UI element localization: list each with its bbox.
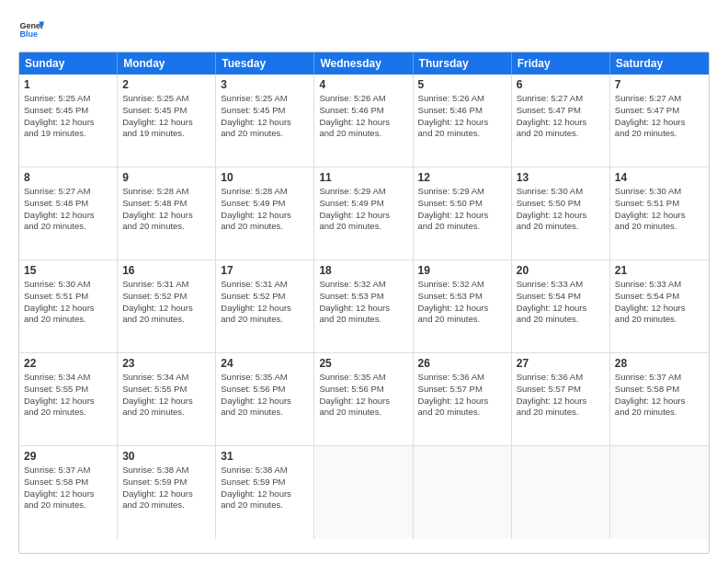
day-number: 7 (615, 78, 704, 91)
logo-icon: General Blue (18, 17, 44, 42)
calendar-row-4: 22Sunrise: 5:34 AM Sunset: 5:55 PM Dayli… (19, 353, 709, 446)
header-day-saturday: Saturday (610, 52, 709, 75)
empty-cell (314, 446, 413, 539)
day-number: 3 (221, 78, 309, 91)
header: General Blue (18, 17, 710, 42)
calendar-row-5: 29Sunrise: 5:37 AM Sunset: 5:58 PM Dayli… (19, 446, 709, 539)
day-cell-30: 30Sunrise: 5:38 AM Sunset: 5:59 PM Dayli… (118, 446, 216, 539)
day-cell-4: 4Sunrise: 5:26 AM Sunset: 5:46 PM Daylig… (314, 75, 413, 167)
svg-text:Blue: Blue (19, 29, 38, 39)
day-cell-8: 8Sunrise: 5:27 AM Sunset: 5:48 PM Daylig… (19, 167, 118, 259)
day-info: Sunrise: 5:34 AM Sunset: 5:55 PM Dayligh… (24, 372, 112, 419)
day-cell-25: 25Sunrise: 5:35 AM Sunset: 5:56 PM Dayli… (314, 353, 413, 445)
day-cell-20: 20Sunrise: 5:33 AM Sunset: 5:54 PM Dayli… (512, 260, 610, 352)
day-number: 12 (418, 171, 506, 184)
day-cell-26: 26Sunrise: 5:36 AM Sunset: 5:57 PM Dayli… (414, 353, 512, 445)
day-info: Sunrise: 5:35 AM Sunset: 5:56 PM Dayligh… (221, 372, 309, 419)
day-number: 24 (221, 357, 309, 370)
day-number: 30 (122, 450, 210, 463)
day-cell-31: 31Sunrise: 5:38 AM Sunset: 5:59 PM Dayli… (216, 446, 314, 539)
day-number: 23 (122, 357, 210, 370)
day-info: Sunrise: 5:30 AM Sunset: 5:50 PM Dayligh… (517, 186, 605, 233)
day-info: Sunrise: 5:29 AM Sunset: 5:49 PM Dayligh… (319, 186, 407, 233)
day-cell-3: 3Sunrise: 5:25 AM Sunset: 5:45 PM Daylig… (216, 75, 314, 167)
day-number: 11 (319, 171, 407, 184)
day-info: Sunrise: 5:36 AM Sunset: 5:57 PM Dayligh… (517, 372, 605, 419)
day-info: Sunrise: 5:35 AM Sunset: 5:56 PM Dayligh… (319, 372, 407, 419)
empty-cell (610, 446, 709, 539)
day-info: Sunrise: 5:37 AM Sunset: 5:58 PM Dayligh… (615, 372, 704, 419)
day-info: Sunrise: 5:26 AM Sunset: 5:46 PM Dayligh… (319, 93, 407, 140)
day-number: 27 (517, 357, 605, 370)
calendar-body: 1Sunrise: 5:25 AM Sunset: 5:45 PM Daylig… (19, 75, 709, 539)
day-number: 5 (418, 78, 506, 91)
page: General Blue SundayMondayTuesdayWednesda… (0, 0, 728, 563)
day-number: 6 (517, 78, 605, 91)
day-info: Sunrise: 5:27 AM Sunset: 5:47 PM Dayligh… (615, 93, 704, 140)
day-cell-7: 7Sunrise: 5:27 AM Sunset: 5:47 PM Daylig… (610, 75, 709, 167)
header-day-thursday: Thursday (414, 52, 512, 75)
day-number: 31 (221, 450, 309, 463)
day-info: Sunrise: 5:27 AM Sunset: 5:48 PM Dayligh… (24, 186, 112, 233)
day-info: Sunrise: 5:32 AM Sunset: 5:53 PM Dayligh… (319, 279, 407, 326)
day-cell-29: 29Sunrise: 5:37 AM Sunset: 5:58 PM Dayli… (19, 446, 118, 539)
day-info: Sunrise: 5:38 AM Sunset: 5:59 PM Dayligh… (221, 465, 309, 511)
day-cell-18: 18Sunrise: 5:32 AM Sunset: 5:53 PM Dayli… (314, 260, 413, 352)
day-info: Sunrise: 5:29 AM Sunset: 5:50 PM Dayligh… (418, 186, 506, 233)
header-day-tuesday: Tuesday (216, 52, 314, 75)
day-number: 14 (615, 171, 704, 184)
day-cell-27: 27Sunrise: 5:36 AM Sunset: 5:57 PM Dayli… (512, 353, 610, 445)
day-number: 26 (418, 357, 506, 370)
day-cell-1: 1Sunrise: 5:25 AM Sunset: 5:45 PM Daylig… (19, 75, 118, 167)
day-cell-9: 9Sunrise: 5:28 AM Sunset: 5:48 PM Daylig… (118, 167, 216, 259)
day-number: 15 (24, 264, 112, 277)
day-number: 2 (122, 78, 210, 91)
day-number: 21 (615, 264, 704, 277)
day-number: 9 (122, 171, 210, 184)
empty-cell (512, 446, 610, 539)
day-number: 18 (319, 264, 407, 277)
day-cell-24: 24Sunrise: 5:35 AM Sunset: 5:56 PM Dayli… (216, 353, 314, 445)
header-day-monday: Monday (118, 52, 216, 75)
day-number: 16 (122, 264, 210, 277)
header-day-wednesday: Wednesday (314, 52, 413, 75)
day-info: Sunrise: 5:26 AM Sunset: 5:46 PM Dayligh… (418, 93, 506, 140)
day-cell-5: 5Sunrise: 5:26 AM Sunset: 5:46 PM Daylig… (414, 75, 512, 167)
day-info: Sunrise: 5:25 AM Sunset: 5:45 PM Dayligh… (24, 93, 112, 140)
calendar: SundayMondayTuesdayWednesdayThursdayFrid… (18, 52, 710, 554)
empty-cell (414, 446, 512, 539)
day-cell-19: 19Sunrise: 5:32 AM Sunset: 5:53 PM Dayli… (414, 260, 512, 352)
day-info: Sunrise: 5:31 AM Sunset: 5:52 PM Dayligh… (122, 279, 210, 326)
header-day-friday: Friday (512, 52, 610, 75)
day-info: Sunrise: 5:33 AM Sunset: 5:54 PM Dayligh… (517, 279, 605, 326)
day-info: Sunrise: 5:30 AM Sunset: 5:51 PM Dayligh… (24, 279, 112, 326)
day-info: Sunrise: 5:30 AM Sunset: 5:51 PM Dayligh… (615, 186, 704, 233)
day-number: 17 (221, 264, 309, 277)
day-info: Sunrise: 5:37 AM Sunset: 5:58 PM Dayligh… (24, 465, 112, 511)
day-info: Sunrise: 5:25 AM Sunset: 5:45 PM Dayligh… (221, 93, 309, 140)
day-number: 8 (24, 171, 112, 184)
day-number: 1 (24, 78, 112, 91)
logo: General Blue (18, 17, 44, 42)
day-number: 29 (24, 450, 112, 463)
day-cell-23: 23Sunrise: 5:34 AM Sunset: 5:55 PM Dayli… (118, 353, 216, 445)
day-cell-2: 2Sunrise: 5:25 AM Sunset: 5:45 PM Daylig… (118, 75, 216, 167)
day-info: Sunrise: 5:38 AM Sunset: 5:59 PM Dayligh… (122, 465, 210, 511)
day-cell-14: 14Sunrise: 5:30 AM Sunset: 5:51 PM Dayli… (610, 167, 709, 259)
day-cell-13: 13Sunrise: 5:30 AM Sunset: 5:50 PM Dayli… (512, 167, 610, 259)
day-info: Sunrise: 5:28 AM Sunset: 5:48 PM Dayligh… (122, 186, 210, 233)
day-cell-15: 15Sunrise: 5:30 AM Sunset: 5:51 PM Dayli… (19, 260, 118, 352)
day-number: 19 (418, 264, 506, 277)
calendar-row-2: 8Sunrise: 5:27 AM Sunset: 5:48 PM Daylig… (19, 167, 709, 260)
day-info: Sunrise: 5:34 AM Sunset: 5:55 PM Dayligh… (122, 372, 210, 419)
day-cell-11: 11Sunrise: 5:29 AM Sunset: 5:49 PM Dayli… (314, 167, 413, 259)
day-cell-16: 16Sunrise: 5:31 AM Sunset: 5:52 PM Dayli… (118, 260, 216, 352)
day-cell-10: 10Sunrise: 5:28 AM Sunset: 5:49 PM Dayli… (216, 167, 314, 259)
day-number: 10 (221, 171, 309, 184)
header-day-sunday: Sunday (19, 52, 118, 75)
day-info: Sunrise: 5:33 AM Sunset: 5:54 PM Dayligh… (615, 279, 704, 326)
day-number: 25 (319, 357, 407, 370)
day-info: Sunrise: 5:36 AM Sunset: 5:57 PM Dayligh… (418, 372, 506, 419)
day-cell-6: 6Sunrise: 5:27 AM Sunset: 5:47 PM Daylig… (512, 75, 610, 167)
day-number: 22 (24, 357, 112, 370)
